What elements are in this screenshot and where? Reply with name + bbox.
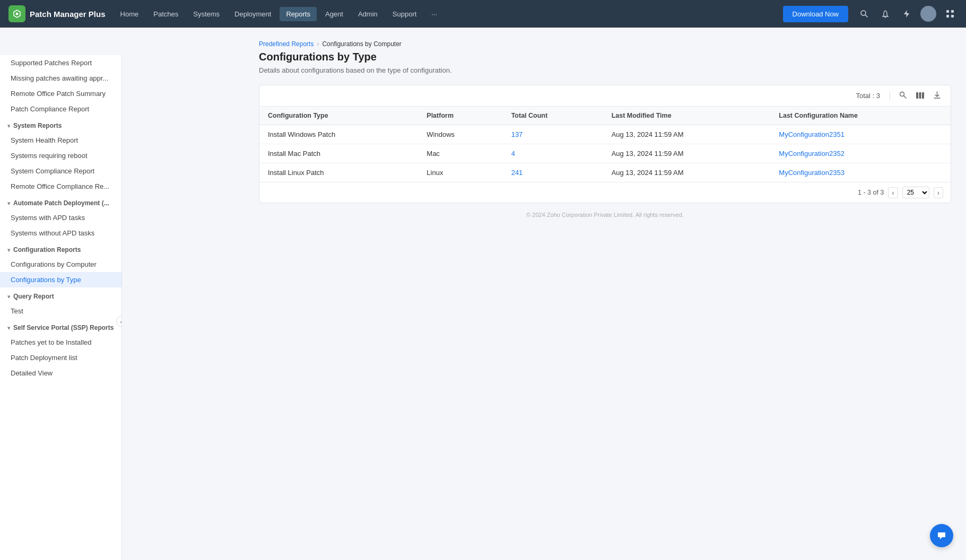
chevron-down-icon-config: ▾ xyxy=(7,247,10,253)
section-apd[interactable]: ▾ Automate Patch Deployment (... xyxy=(0,194,121,210)
sidebar-item-missing-patches[interactable]: Missing patches awaiting appr... xyxy=(0,71,121,86)
chevron-down-icon-apd: ▾ xyxy=(7,200,10,206)
svg-rect-9 xyxy=(916,92,918,99)
cell-total-count[interactable]: 137 xyxy=(503,125,603,144)
svg-line-8 xyxy=(904,96,906,98)
notifications-icon[interactable] xyxy=(878,6,893,21)
table-search-button[interactable] xyxy=(897,90,909,102)
section-ssp-label: Self Service Portal (SSP) Reports xyxy=(13,324,114,331)
section-config-reports-label: Configuration Reports xyxy=(13,246,81,253)
cell-config-type: Install Windows Patch xyxy=(259,125,418,144)
main-layout: ◀ Supported Patches Report Missing patch… xyxy=(0,28,966,560)
page-subtitle: Details about configurations based on th… xyxy=(259,66,951,74)
cell-total-count[interactable]: 4 xyxy=(503,144,603,163)
cell-platform: Mac xyxy=(418,144,502,163)
sidebar-item-system-health[interactable]: System Health Report xyxy=(0,133,121,148)
nav-home[interactable]: Home xyxy=(114,7,145,21)
page-title: Configurations by Type xyxy=(259,51,951,63)
apps-grid-icon[interactable] xyxy=(943,6,958,21)
section-configuration-reports[interactable]: ▾ Configuration Reports xyxy=(0,241,121,257)
table-row: Install Linux Patch Linux 241 Aug 13, 20… xyxy=(259,163,951,182)
cell-last-config-name[interactable]: MyConfiguration2352 xyxy=(770,144,951,163)
section-system-reports[interactable]: ▾ System Reports xyxy=(0,117,121,133)
svg-rect-6 xyxy=(951,15,954,18)
section-query-label: Query Report xyxy=(13,293,54,300)
cell-config-type: Install Linux Patch xyxy=(259,163,418,182)
sidebar-item-supported-patches[interactable]: Supported Patches Report xyxy=(0,55,121,71)
topnav-icons xyxy=(857,6,958,22)
sidebar-item-patches-to-install[interactable]: Patches yet to be Installed xyxy=(0,335,121,350)
nav-deployment[interactable]: Deployment xyxy=(228,7,277,21)
svg-point-7 xyxy=(900,92,904,97)
cell-last-config-name[interactable]: MyConfiguration2351 xyxy=(770,125,951,144)
page-prev-button[interactable]: ‹ xyxy=(888,187,898,198)
sidebar-item-patch-compliance[interactable]: Patch Compliance Report xyxy=(0,101,121,117)
sidebar-item-configs-by-type[interactable]: Configurations by Type xyxy=(0,272,121,287)
search-icon[interactable] xyxy=(857,6,872,21)
table-header-row: Configuration Type Platform Total Count … xyxy=(259,107,951,125)
svg-point-0 xyxy=(16,13,19,15)
sidebar-item-configs-by-computer[interactable]: Configurations by Computer xyxy=(0,257,121,272)
nav-systems[interactable]: Systems xyxy=(187,7,226,21)
section-query-report[interactable]: ▾ Query Report xyxy=(0,287,121,303)
page-next-button[interactable]: › xyxy=(934,187,943,198)
chat-fab-button[interactable] xyxy=(930,524,953,547)
breadcrumb-separator: › xyxy=(317,40,319,48)
sidebar-item-detailed-view[interactable]: Detailed View xyxy=(0,365,121,381)
nav-support[interactable]: Support xyxy=(386,7,423,21)
lightning-icon[interactable] xyxy=(899,6,914,21)
sidebar-item-system-compliance[interactable]: System Compliance Report xyxy=(0,163,121,179)
sidebar: ◀ Supported Patches Report Missing patch… xyxy=(0,55,122,560)
cell-last-config-name[interactable]: MyConfiguration2353 xyxy=(770,163,951,182)
brand-logo[interactable]: Patch Manager Plus xyxy=(8,5,106,22)
sidebar-item-test[interactable]: Test xyxy=(0,303,121,319)
nav-more[interactable]: ··· xyxy=(425,7,443,21)
svg-point-1 xyxy=(861,11,866,15)
configurations-table-card: Total : 3 xyxy=(259,85,951,203)
table-row: Install Windows Patch Windows 137 Aug 13… xyxy=(259,125,951,144)
nav-reports[interactable]: Reports xyxy=(280,7,317,21)
section-apd-label: Automate Patch Deployment (... xyxy=(13,199,109,207)
main-content: Predefined Reports › Configurations by C… xyxy=(244,28,966,560)
breadcrumb-current: Configurations by Computer xyxy=(322,40,401,48)
top-navigation: Patch Manager Plus Home Patches Systems … xyxy=(0,0,966,28)
footer-text: © 2024 Zoho Corporation Private Limited.… xyxy=(259,203,951,222)
cell-total-count[interactable]: 241 xyxy=(503,163,603,182)
svg-rect-5 xyxy=(946,15,949,18)
sidebar-item-remote-office[interactable]: Remote Office Patch Summary xyxy=(0,86,121,101)
cell-last-modified: Aug 13, 2024 11:59 AM xyxy=(603,163,771,182)
cell-last-modified: Aug 13, 2024 11:59 AM xyxy=(603,125,771,144)
table-columns-button[interactable] xyxy=(913,90,927,102)
chevron-down-icon-ssp: ▾ xyxy=(7,325,10,331)
page-size-select[interactable]: 25 50 100 xyxy=(902,187,929,198)
chevron-down-icon-query: ▾ xyxy=(7,294,10,300)
sidebar-item-systems-reboot[interactable]: Systems requiring reboot xyxy=(0,148,121,163)
col-header-last-modified: Last Modified Time xyxy=(603,107,771,125)
nav-agent[interactable]: Agent xyxy=(319,7,350,21)
breadcrumb-parent-link[interactable]: Predefined Reports xyxy=(259,40,314,48)
table-download-button[interactable] xyxy=(931,90,943,102)
svg-line-2 xyxy=(866,15,868,18)
sidebar-item-remote-compliance[interactable]: Remote Office Compliance Re... xyxy=(0,179,121,194)
section-system-reports-label: System Reports xyxy=(13,122,62,129)
sidebar-item-systems-without-apd[interactable]: Systems without APD tasks xyxy=(0,225,121,241)
pagination-label: 1 - 3 of 3 xyxy=(858,189,884,196)
nav-admin[interactable]: Admin xyxy=(352,7,384,21)
svg-rect-3 xyxy=(946,10,949,13)
download-now-button[interactable]: Download Now xyxy=(783,6,848,22)
sidebar-item-systems-with-apd[interactable]: Systems with APD tasks xyxy=(0,210,121,225)
user-avatar[interactable] xyxy=(920,6,936,22)
toolbar-divider xyxy=(890,91,890,101)
breadcrumb: Predefined Reports › Configurations by C… xyxy=(259,40,951,48)
col-header-total-count: Total Count xyxy=(503,107,603,125)
section-ssp-reports[interactable]: ▾ Self Service Portal (SSP) Reports xyxy=(0,319,121,335)
chevron-down-icon: ▾ xyxy=(7,123,10,129)
cell-config-type: Install Mac Patch xyxy=(259,144,418,163)
col-header-platform: Platform xyxy=(418,107,502,125)
brand-name: Patch Manager Plus xyxy=(30,10,106,19)
svg-rect-4 xyxy=(951,10,954,13)
nav-patches[interactable]: Patches xyxy=(147,7,185,21)
table-footer: 1 - 3 of 3 ‹ 25 50 100 › xyxy=(259,182,951,203)
total-count-label: Total : 3 xyxy=(856,92,880,100)
sidebar-item-patch-deploy-list[interactable]: Patch Deployment list xyxy=(0,350,121,365)
